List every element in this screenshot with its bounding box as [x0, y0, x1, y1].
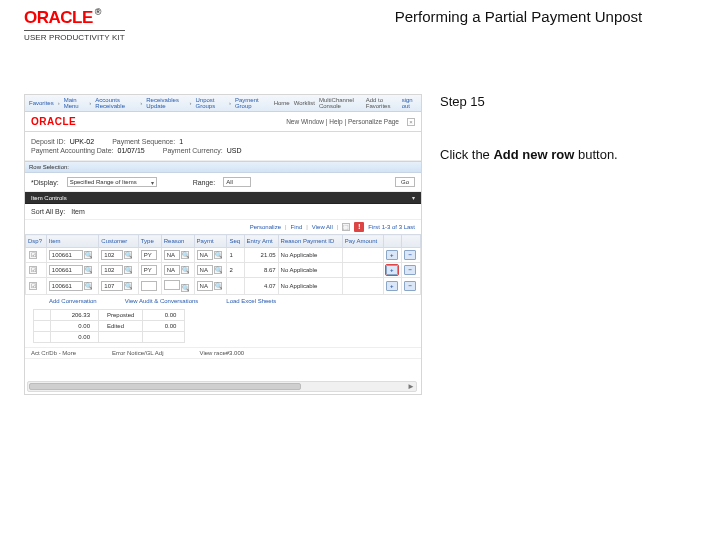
grid-header[interactable]: Entry Amt	[244, 235, 278, 248]
go-button[interactable]: Go	[395, 177, 415, 187]
reason-input[interactable]: NA	[164, 265, 180, 275]
delete-row-button[interactable]: −	[404, 265, 416, 275]
pmt-cell: NA🔍	[194, 278, 227, 295]
add-conversation-link[interactable]: Add Conversation	[49, 298, 97, 304]
lookup-icon[interactable]: 🔍	[214, 266, 222, 274]
row-checkbox[interactable]: ☑	[29, 266, 37, 274]
nav-mcc[interactable]: MultiChannel Console	[319, 97, 362, 109]
find-link[interactable]: Find	[291, 224, 303, 230]
scroll-thumb[interactable]	[29, 383, 301, 390]
item-input[interactable]: 100661	[49, 281, 83, 291]
nav-main[interactable]: Main Menu	[64, 97, 86, 109]
item-controls-bar: Item Controls ▾	[25, 192, 421, 204]
nav-signout[interactable]: sign out	[402, 97, 417, 109]
row-selection-bar: Row Selection:	[25, 161, 421, 173]
nav-worklist[interactable]: Worklist	[294, 100, 315, 106]
reason-input[interactable]: NA	[164, 250, 180, 260]
grid-header[interactable]: Seq	[227, 235, 244, 248]
cust-input[interactable]: 107	[101, 281, 123, 291]
grid-header[interactable]: Reason Payment ID	[278, 235, 342, 248]
lookup-icon[interactable]: 🔍	[181, 266, 189, 274]
pmt-input[interactable]: NA	[197, 250, 213, 260]
grid-header[interactable]	[402, 235, 421, 248]
add-cell: +	[383, 248, 402, 263]
amt-cell: 8.67	[244, 263, 278, 278]
lookup-icon[interactable]: 🔍	[84, 266, 92, 274]
row-checkbox[interactable]: ☑	[29, 251, 37, 259]
type-input[interactable]: PY	[141, 265, 157, 275]
collapse-icon[interactable]: ▾	[412, 194, 415, 201]
kit-label: USER PRODUCTIVITY KIT	[24, 33, 125, 42]
cust-input[interactable]: 102	[101, 250, 123, 260]
totals-cell: 0.00	[143, 321, 185, 332]
grid-header[interactable]: Type	[138, 235, 161, 248]
lookup-icon[interactable]: 🔍	[124, 266, 132, 274]
display-dropdown[interactable]: Specified Range of Items	[67, 177, 157, 187]
group-info: Deposit ID:UPK-02 Payment Sequence:1 Pay…	[25, 132, 421, 161]
grid-header[interactable]: Pay Amount	[342, 235, 383, 248]
grid-header[interactable]: Dsp?	[26, 235, 47, 248]
nav-favorites[interactable]: Favorites	[29, 100, 54, 106]
nav-addfav[interactable]: Add to Favorites	[366, 97, 398, 109]
row-checkbox[interactable]: ☑	[29, 282, 37, 290]
lookup-icon[interactable]: 🔍	[124, 282, 132, 290]
grid-header[interactable]: Reason	[161, 235, 194, 248]
delete-row-button[interactable]: −	[404, 250, 416, 260]
reason-input[interactable]	[164, 280, 180, 290]
pager-text[interactable]: First 1-3 of 3 Last	[368, 224, 415, 230]
window-links[interactable]: New Window | Help | Personalize Page	[286, 118, 399, 125]
pmt-input[interactable]: NA	[197, 265, 213, 275]
totals-cell	[34, 321, 51, 332]
refid-cell: No Applicable	[278, 248, 342, 263]
lookup-icon[interactable]: 🔍	[181, 284, 189, 292]
sort-label: Sort All By:	[31, 208, 65, 215]
horizontal-scrollbar[interactable]: ◄ ►	[27, 381, 417, 392]
app-topnav: Favorites› Main Menu› Accounts Receivabl…	[25, 95, 421, 112]
totals-cell: 0.00	[51, 321, 99, 332]
type-input[interactable]: PY	[141, 250, 157, 260]
grid-header[interactable]: Customer	[99, 235, 138, 248]
scroll-right-icon[interactable]: ►	[406, 382, 416, 391]
nav-payment-group[interactable]: Payment Group	[235, 97, 266, 109]
type-input[interactable]	[141, 281, 157, 291]
cust-input[interactable]: 102	[101, 265, 123, 275]
item-input[interactable]: 100661	[49, 265, 83, 275]
lookup-icon[interactable]: 🔍	[181, 251, 189, 259]
range-input[interactable]: All	[223, 177, 251, 187]
grid-header[interactable]	[383, 235, 402, 248]
add-row-button[interactable]: +	[386, 250, 398, 260]
messages-label: Act Cr/Db - More	[31, 350, 76, 356]
nav-home[interactable]: Home	[274, 100, 290, 106]
lookup-icon[interactable]: 🔍	[124, 251, 132, 259]
lookup-icon[interactable]: 🔍	[214, 251, 222, 259]
lookup-icon[interactable]: 🔍	[214, 282, 222, 290]
personalize-link[interactable]: Personalize	[250, 224, 281, 230]
lookup-icon[interactable]: 🔍	[84, 251, 92, 259]
lookup-icon[interactable]: 🔍	[84, 282, 92, 290]
nav-ar[interactable]: Accounts Receivable	[95, 97, 136, 109]
grid-header[interactable]: Paymt	[194, 235, 227, 248]
pmt-cell: NA🔍	[194, 248, 227, 263]
instruction-suffix: button.	[574, 147, 617, 162]
embedded-app: Favorites› Main Menu› Accounts Receivabl…	[24, 94, 422, 395]
pmt-input[interactable]: NA	[197, 281, 213, 291]
nav-recv-update[interactable]: Receivables Update	[146, 97, 185, 109]
add-row-button[interactable]: +	[386, 281, 398, 291]
load-excel-link[interactable]: Load Excel Sheets	[226, 298, 276, 304]
grid-download-icon[interactable]: ⬚	[342, 223, 350, 231]
nav-unpost[interactable]: Unpost Groups	[195, 97, 224, 109]
instruction-text: Click the Add new row button.	[440, 147, 708, 162]
amt-cell: 21.05	[244, 248, 278, 263]
add-row-button[interactable]: +	[386, 265, 398, 275]
view-audit-link[interactable]: View Audit & Conversations	[125, 298, 199, 304]
dsp-cell: ☑	[26, 278, 47, 295]
grid-alert-icon[interactable]: !	[354, 222, 364, 232]
item-input[interactable]: 100661	[49, 250, 83, 260]
close-tab-icon[interactable]: ×	[407, 118, 415, 126]
grid-header[interactable]: Item	[46, 235, 99, 248]
step-label: Step 15	[440, 94, 708, 109]
viewall-link[interactable]: View All	[312, 224, 333, 230]
delete-row-button[interactable]: −	[404, 281, 416, 291]
seq-cell: 1	[227, 248, 244, 263]
app-branding: ORACLE New Window | Help | Personalize P…	[25, 112, 421, 132]
